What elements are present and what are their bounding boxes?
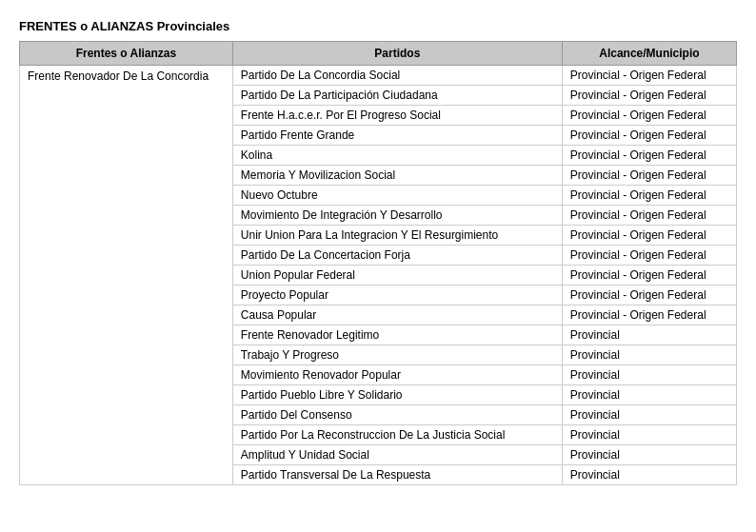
partido-name: Unir Union Para La Integracion Y El Resu… bbox=[232, 226, 562, 246]
alcance-value: Provincial bbox=[562, 325, 736, 345]
header-alcance: Alcance/Municipio bbox=[562, 42, 736, 66]
alcance-value: Provincial - Origen Federal bbox=[562, 186, 736, 206]
alcance-value: Provincial - Origen Federal bbox=[562, 206, 736, 226]
partido-name: Partido Transversal De La Respuesta bbox=[232, 465, 562, 485]
alcance-value: Provincial - Origen Federal bbox=[562, 146, 736, 166]
partido-name: Kolina bbox=[232, 146, 562, 166]
alcance-value: Provincial bbox=[562, 365, 736, 385]
alcance-value: Provincial bbox=[562, 405, 736, 425]
partido-name: Partido De La Concordia Social bbox=[232, 66, 562, 86]
alcance-value: Provincial - Origen Federal bbox=[562, 66, 736, 86]
header-frentes: Frentes o Alianzas bbox=[20, 42, 233, 66]
partido-name: Memoria Y Movilizacion Social bbox=[232, 166, 562, 186]
alcance-value: Provincial - Origen Federal bbox=[562, 226, 736, 246]
alcance-value: Provincial - Origen Federal bbox=[562, 246, 736, 266]
partido-name: Nuevo Octubre bbox=[232, 186, 562, 206]
alcance-value: Provincial - Origen Federal bbox=[562, 106, 736, 126]
partido-name: Amplitud Y Unidad Social bbox=[232, 445, 562, 465]
partido-name: Causa Popular bbox=[232, 305, 562, 325]
alcance-value: Provincial bbox=[562, 385, 736, 405]
partido-name: Partido Pueblo Libre Y Solidario bbox=[232, 385, 562, 405]
partido-name: Movimiento De Integración Y Desarrollo bbox=[232, 206, 562, 226]
alcance-value: Provincial - Origen Federal bbox=[562, 266, 736, 286]
partido-name: Partido Por La Reconstruccion De La Just… bbox=[232, 425, 562, 445]
partido-name: Partido Del Consenso bbox=[232, 405, 562, 425]
alcance-value: Provincial bbox=[562, 445, 736, 465]
partido-name: Frente H.a.c.e.r. Por El Progreso Social bbox=[232, 106, 562, 126]
alcance-value: Provincial bbox=[562, 345, 736, 365]
main-table: Frentes o Alianzas Partidos Alcance/Muni… bbox=[19, 41, 737, 485]
partido-name: Frente Renovador Legitimo bbox=[232, 325, 562, 345]
partido-name: Movimiento Renovador Popular bbox=[232, 365, 562, 385]
partido-name: Partido De La Concertacion Forja bbox=[232, 246, 562, 266]
partido-name: Proyecto Popular bbox=[232, 286, 562, 305]
partido-name: Partido De La Participación Ciudadana bbox=[232, 86, 562, 106]
alcance-value: Provincial bbox=[562, 425, 736, 445]
alcance-value: Provincial - Origen Federal bbox=[562, 286, 736, 305]
alcance-value: Provincial - Origen Federal bbox=[562, 305, 736, 325]
table-row: Frente Renovador De La ConcordiaPartido … bbox=[20, 66, 737, 86]
frente-label: Frente Renovador De La Concordia bbox=[20, 66, 233, 485]
partido-name: Partido Frente Grande bbox=[232, 126, 562, 146]
header-partidos: Partidos bbox=[232, 42, 562, 66]
alcance-value: Provincial - Origen Federal bbox=[562, 86, 736, 106]
alcance-value: Provincial - Origen Federal bbox=[562, 166, 736, 186]
alcance-value: Provincial - Origen Federal bbox=[562, 126, 736, 146]
section-title: FRENTES o ALIANZAS Provinciales bbox=[19, 19, 737, 33]
partido-name: Trabajo Y Progreso bbox=[232, 345, 562, 365]
page-container: FRENTES o ALIANZAS Provinciales Frentes … bbox=[0, 0, 756, 495]
alcance-value: Provincial bbox=[562, 465, 736, 485]
partido-name: Union Popular Federal bbox=[232, 266, 562, 286]
